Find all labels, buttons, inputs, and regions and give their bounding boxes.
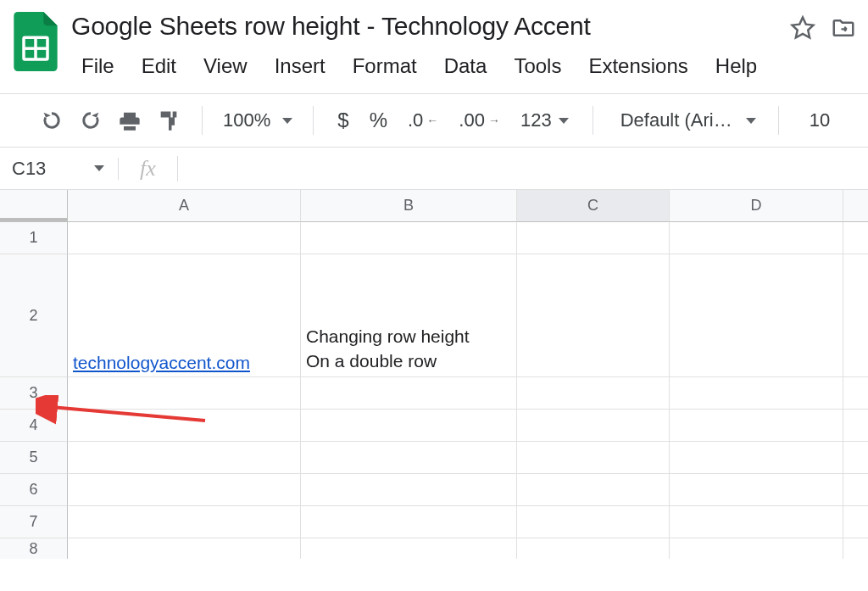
cell-A8[interactable] bbox=[68, 538, 301, 559]
zoom-value: 100% bbox=[223, 109, 270, 131]
formula-input[interactable] bbox=[178, 148, 868, 189]
cell-C4[interactable] bbox=[517, 410, 670, 442]
cell-C3[interactable] bbox=[517, 377, 670, 410]
name-box-value: C13 bbox=[12, 158, 46, 180]
grid-body: 1 2 technologyaccent.com Changing row he… bbox=[0, 222, 868, 559]
arrow-right-icon: → bbox=[488, 114, 500, 126]
print-button[interactable] bbox=[112, 103, 147, 138]
cell-A1[interactable] bbox=[68, 222, 301, 254]
cell-D1[interactable] bbox=[670, 222, 843, 254]
menu-view[interactable]: View bbox=[192, 51, 259, 81]
cell-B1[interactable] bbox=[301, 222, 517, 254]
fx-icon: fx bbox=[119, 156, 178, 181]
menu-edit[interactable]: Edit bbox=[130, 51, 188, 81]
row-header-2[interactable]: 2 bbox=[0, 254, 68, 377]
decrease-decimal-button[interactable]: .0 ← bbox=[399, 109, 447, 131]
chevron-down-icon bbox=[282, 118, 292, 124]
cell-E1[interactable] bbox=[843, 222, 868, 254]
cell-D4[interactable] bbox=[670, 410, 843, 442]
spreadsheet-grid: A B C D 1 2 technologyaccent.com Changin… bbox=[0, 190, 868, 559]
cell-B5[interactable] bbox=[301, 442, 517, 474]
menu-data[interactable]: Data bbox=[432, 51, 499, 81]
font-size-input[interactable]: 10 bbox=[794, 109, 835, 131]
toolbar-divider bbox=[202, 106, 203, 135]
cell-A3[interactable] bbox=[68, 377, 301, 410]
cell-B2[interactable]: Changing row height On a double row bbox=[301, 254, 517, 377]
cell-B8[interactable] bbox=[301, 538, 517, 559]
menu-file[interactable]: File bbox=[70, 51, 126, 81]
more-formats-label: 123 bbox=[520, 109, 552, 131]
cell-C1[interactable] bbox=[517, 222, 670, 254]
font-family-dropdown[interactable]: Default (Ari… bbox=[609, 109, 763, 131]
cell-E2[interactable] bbox=[843, 254, 868, 377]
row-8: 8 bbox=[0, 538, 868, 559]
cell-D3[interactable] bbox=[670, 377, 843, 410]
cell-D5[interactable] bbox=[670, 442, 843, 474]
row-header-4[interactable]: 4 bbox=[0, 410, 68, 442]
column-header-A[interactable]: A bbox=[68, 190, 301, 222]
menu-tools[interactable]: Tools bbox=[502, 51, 573, 81]
cell-A6[interactable] bbox=[68, 474, 301, 506]
cell-C6[interactable] bbox=[517, 474, 670, 506]
format-percent-button[interactable]: % bbox=[361, 109, 396, 132]
cell-A2[interactable]: technologyaccent.com bbox=[68, 254, 301, 377]
cell-D6[interactable] bbox=[670, 474, 843, 506]
cell-A4[interactable] bbox=[68, 410, 301, 442]
cell-C5[interactable] bbox=[517, 442, 670, 474]
chevron-down-icon bbox=[746, 118, 756, 124]
cell-C8[interactable] bbox=[517, 538, 670, 559]
format-currency-button[interactable]: $ bbox=[329, 109, 357, 132]
document-title[interactable]: Google Sheets row height - Technology Ac… bbox=[70, 7, 790, 42]
toolbar-divider bbox=[593, 106, 593, 135]
zoom-dropdown[interactable]: 100% bbox=[218, 109, 298, 131]
cell-D7[interactable] bbox=[670, 506, 843, 538]
star-icon[interactable] bbox=[790, 15, 815, 44]
formula-bar-row: C13 fx bbox=[0, 148, 868, 190]
column-headers: A B C D bbox=[0, 190, 868, 222]
undo-button[interactable] bbox=[34, 103, 70, 138]
cell-E5[interactable] bbox=[843, 442, 868, 474]
redo-button[interactable] bbox=[73, 103, 108, 138]
cell-E7[interactable] bbox=[843, 506, 868, 538]
cell-A5[interactable] bbox=[68, 442, 301, 474]
cell-C7[interactable] bbox=[517, 506, 670, 538]
menu-help[interactable]: Help bbox=[704, 51, 769, 81]
cell-E8[interactable] bbox=[843, 538, 868, 559]
menu-extensions[interactable]: Extensions bbox=[576, 51, 699, 81]
column-header-C[interactable]: C bbox=[517, 190, 670, 222]
cell-B6[interactable] bbox=[301, 474, 517, 506]
paint-format-button[interactable] bbox=[151, 103, 186, 138]
column-header-B[interactable]: B bbox=[301, 190, 517, 222]
toolbar-divider bbox=[313, 106, 314, 135]
cell-E3[interactable] bbox=[843, 377, 868, 410]
cell-E6[interactable] bbox=[843, 474, 868, 506]
row-3: 3 bbox=[0, 377, 868, 410]
name-box[interactable]: C13 bbox=[0, 158, 119, 180]
menu-format[interactable]: Format bbox=[341, 51, 429, 81]
cell-A2-link[interactable]: technologyaccent.com bbox=[73, 353, 250, 373]
row-header-8[interactable]: 8 bbox=[0, 538, 68, 559]
cell-B7[interactable] bbox=[301, 506, 517, 538]
sheets-logo-icon[interactable] bbox=[10, 7, 61, 76]
cell-D8[interactable] bbox=[670, 538, 843, 559]
row-header-3[interactable]: 3 bbox=[0, 377, 68, 410]
cell-D2[interactable] bbox=[670, 254, 843, 377]
increase-decimal-button[interactable]: .00 → bbox=[450, 109, 509, 131]
cell-B4[interactable] bbox=[301, 410, 517, 442]
row-header-5[interactable]: 5 bbox=[0, 442, 68, 474]
row-1: 1 bbox=[0, 222, 868, 254]
more-formats-dropdown[interactable]: 123 bbox=[512, 109, 577, 131]
move-to-drive-icon[interactable] bbox=[831, 15, 856, 44]
dec-label: .0 bbox=[408, 109, 423, 131]
column-header-E[interactable] bbox=[843, 190, 868, 222]
menu-insert[interactable]: Insert bbox=[263, 51, 337, 81]
cell-B3[interactable] bbox=[301, 377, 517, 410]
cell-E4[interactable] bbox=[843, 410, 868, 442]
cell-C2[interactable] bbox=[517, 254, 670, 377]
row-header-1[interactable]: 1 bbox=[0, 222, 68, 254]
cell-A7[interactable] bbox=[68, 506, 301, 538]
column-header-D[interactable]: D bbox=[670, 190, 843, 222]
row-header-6[interactable]: 6 bbox=[0, 474, 68, 506]
select-all-corner[interactable] bbox=[0, 190, 68, 222]
row-header-7[interactable]: 7 bbox=[0, 506, 68, 538]
